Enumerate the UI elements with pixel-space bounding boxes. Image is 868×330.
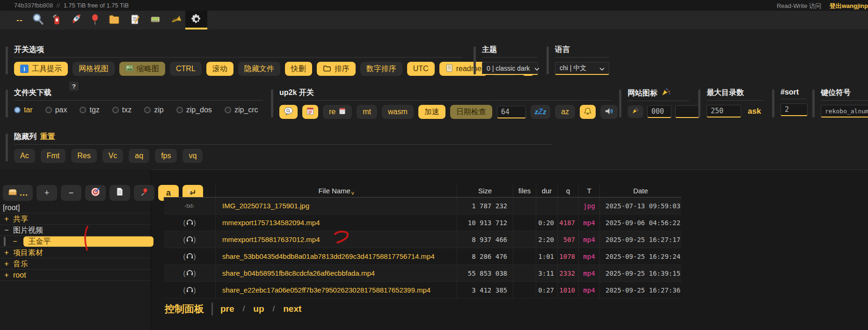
- max-dirs-input[interactable]: [707, 105, 741, 117]
- play-audio-cell[interactable]: (): [164, 265, 215, 281]
- toggle-readme-button[interactable]: readme: [439, 62, 488, 76]
- favicon-toggle-button[interactable]: [627, 105, 643, 118]
- column-ac-button[interactable]: Ac: [14, 149, 35, 163]
- up2k-az-button[interactable]: az: [555, 105, 575, 119]
- up2k-list-toggle-button[interactable]: [302, 105, 318, 119]
- tab-party[interactable]: [86, 11, 104, 29]
- radio-zip-crc[interactable]: zip_crc: [225, 106, 258, 114]
- up2k-bell-button[interactable]: [580, 105, 596, 119]
- tab-files[interactable]: [105, 11, 124, 29]
- control-panel-link[interactable]: 控制面板: [165, 302, 204, 315]
- tab-collapse[interactable]: --: [10, 11, 29, 29]
- up2k-sleep-button[interactable]: zZz: [531, 105, 550, 119]
- tree-expand-button[interactable]: +: [36, 185, 57, 201]
- header-dur[interactable]: dur: [536, 184, 557, 197]
- file-table: c File Namev Size files dur q T Date -tx…: [164, 184, 681, 299]
- play-audio-cell[interactable]: (): [164, 214, 215, 231]
- section-theme: 主题 0 | classic dark: [482, 45, 537, 75]
- section-folder-download-title: 文件夹下载: [14, 88, 263, 101]
- header-q[interactable]: q: [557, 184, 578, 197]
- file-link[interactable]: share_53bb0435d4bdb8a01ab7813dd269c3d417…: [215, 248, 457, 264]
- header-filename[interactable]: File Namev: [215, 184, 457, 197]
- up2k-wasm-button[interactable]: wasm: [382, 105, 414, 119]
- header-files[interactable]: files: [513, 184, 536, 197]
- radio-zip-dos[interactable]: zip_dos: [176, 106, 212, 114]
- radio-txz[interactable]: txz: [112, 106, 131, 114]
- file-link[interactable]: mmexport1757134582094.mp4: [215, 214, 457, 231]
- column-fps-button[interactable]: fps: [155, 149, 177, 163]
- up2k-turbo-button[interactable]: 加速: [418, 105, 445, 119]
- play-audio-cell[interactable]: (): [164, 231, 215, 248]
- tree-item-root-folder[interactable]: +root: [0, 269, 151, 280]
- logout-link[interactable]: 登出wangjinp: [830, 2, 868, 9]
- tree-collapse-button[interactable]: −: [61, 185, 81, 201]
- tree-item-project-assets[interactable]: +项目素材: [0, 247, 151, 258]
- tree-docs-button[interactable]: [109, 185, 130, 201]
- column-fmt-button[interactable]: Fmt: [41, 149, 66, 163]
- theme-select[interactable]: 0 | classic dark: [482, 62, 538, 75]
- tree-jump-button[interactable]: [85, 185, 106, 201]
- ask-button[interactable]: ask: [748, 107, 761, 116]
- toggle-natsort-button[interactable]: 数字排序: [360, 62, 402, 76]
- radio-tar[interactable]: tar: [14, 106, 33, 114]
- up2k-datecheck-button[interactable]: 日期检查: [450, 105, 492, 119]
- column-res-button[interactable]: Res: [71, 149, 96, 163]
- tab-textedit[interactable]: [125, 11, 144, 29]
- toggle-quickdelete-button[interactable]: 快删: [285, 62, 312, 76]
- column-vq-button[interactable]: vq: [182, 149, 203, 163]
- tab-console[interactable]: [146, 11, 165, 29]
- up2k-mt-button[interactable]: mt: [357, 105, 377, 119]
- favicon-extra-input[interactable]: [675, 105, 700, 118]
- tab-unpost[interactable]: [47, 11, 66, 29]
- tree-item-music[interactable]: +音乐: [0, 258, 151, 269]
- radio-pax[interactable]: pax: [45, 106, 67, 114]
- tab-search[interactable]: [29, 11, 47, 29]
- toggle-gridview-button[interactable]: 网格视图: [73, 62, 115, 76]
- help-button[interactable]: ?: [69, 81, 79, 91]
- language-select[interactable]: chi | 中文: [555, 62, 609, 75]
- header-c[interactable]: c: [164, 184, 215, 197]
- prev-link[interactable]: pre: [220, 304, 234, 314]
- toggle-ctrl-button[interactable]: CTRL: [170, 62, 202, 76]
- file-link[interactable]: share_e22ebc17a06e052ff7b3e7950262302817…: [215, 282, 457, 298]
- tree-item-share[interactable]: +共享: [0, 213, 151, 224]
- file-link[interactable]: IMG_20250713_175901.jpg: [215, 198, 457, 214]
- toggle-utc-button[interactable]: UTC: [407, 62, 435, 76]
- column-vc-button[interactable]: Vc: [102, 149, 124, 163]
- up2k-re-button[interactable]: re: [323, 105, 352, 119]
- up-link[interactable]: up: [253, 304, 264, 314]
- radio-zip[interactable]: zip: [144, 106, 163, 114]
- up2k-search-toggle-button[interactable]: [279, 105, 298, 119]
- toggle-thumbnails-button[interactable]: 缩略图: [119, 62, 165, 76]
- up2k-sound-button[interactable]: [600, 105, 618, 119]
- header-date[interactable]: Date: [599, 184, 681, 197]
- favicon-value-input[interactable]: [647, 105, 671, 118]
- header-t[interactable]: T: [578, 184, 599, 197]
- file-link[interactable]: mmexport1758817637012.mp4: [215, 231, 457, 248]
- tab-upload[interactable]: [67, 11, 86, 29]
- toggle-sort-button[interactable]: 排序: [317, 62, 356, 76]
- tree-item-root-label[interactable]: [root]: [0, 202, 151, 213]
- toggle-tooltips-button[interactable]: i工具提示: [14, 62, 68, 76]
- key-notation-input[interactable]: [821, 105, 868, 117]
- radio-tgz[interactable]: tgz: [80, 106, 99, 114]
- next-link[interactable]: next: [283, 304, 301, 314]
- tree-pin-button[interactable]: [134, 185, 154, 201]
- reset-columns-button[interactable]: 重置: [40, 132, 55, 142]
- header-size[interactable]: Size: [457, 184, 513, 197]
- tree-item-pictures-videos[interactable]: −图片视频: [0, 224, 151, 235]
- breadcrumb-toggle-button[interactable]: ...: [3, 185, 33, 201]
- play-audio-cell[interactable]: (): [164, 248, 215, 264]
- tab-audio[interactable]: [167, 11, 185, 29]
- toggle-scroll-button[interactable]: 滚动: [206, 62, 233, 76]
- sort-count-input[interactable]: [780, 103, 808, 116]
- tab-settings[interactable]: [185, 11, 207, 29]
- selected-folder-label[interactable]: 王金平: [23, 236, 153, 247]
- tree-item-selected[interactable]: − 王金平: [0, 235, 151, 247]
- toggle-dotfiles-button[interactable]: 隐藏文件: [238, 62, 280, 76]
- nav-separator: /: [273, 304, 275, 314]
- up2k-parallel-input[interactable]: [497, 106, 526, 118]
- file-link[interactable]: share_b04b58951fb8c8cdcfa26af6ecbbfada.m…: [215, 265, 457, 281]
- play-audio-cell[interactable]: (): [164, 282, 215, 298]
- column-aq-button[interactable]: aq: [129, 149, 149, 163]
